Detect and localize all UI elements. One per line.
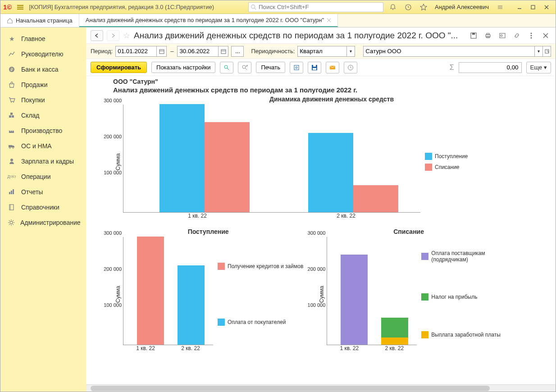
sidebar-label: Отчеты (21, 188, 43, 196)
sum-display[interactable] (459, 62, 522, 73)
user-menu-icon[interactable] (494, 1, 506, 13)
print-icon[interactable] (483, 31, 493, 41)
svg-point-2 (392, 9, 393, 10)
sidebar-item-warehouse[interactable]: Склад (0, 108, 86, 123)
sidebar-item-reports[interactable]: Отчеты (0, 184, 86, 200)
sidebar-item-sales[interactable]: Продажи (0, 77, 86, 92)
date-to-input[interactable] (177, 46, 219, 57)
tab-home-label: Начальная страница (16, 17, 73, 24)
tab-report-label: Анализ движений денежных средств по пери… (86, 17, 324, 23)
sidebar-item-production[interactable]: Производство (0, 123, 86, 138)
calendar-from-button[interactable] (157, 46, 167, 57)
truck-icon (8, 142, 16, 150)
legend-swatch (421, 253, 428, 260)
x-label: 2 кв. 22 (168, 345, 213, 351)
global-search-input[interactable] (248, 2, 383, 12)
window-close-button[interactable] (540, 2, 553, 12)
current-user[interactable]: Андрей Алексеевич (433, 4, 491, 10)
more-button[interactable]: Еще▾ (526, 62, 551, 73)
show-settings-button[interactable]: Показать настройки (151, 62, 215, 73)
svg-rect-24 (9, 192, 10, 194)
period-picker-button[interactable]: ... (231, 46, 244, 57)
chart-main: Динамика движения денежных средств Сумма… (113, 96, 550, 219)
x-label: 1 кв. 22 (327, 345, 372, 351)
bell-icon[interactable] (387, 1, 399, 13)
svg-point-29 (10, 221, 13, 224)
more-vertical-icon[interactable] (526, 31, 537, 41)
legend-label: Списание (435, 164, 460, 170)
save-icon[interactable] (468, 31, 479, 41)
close-panel-icon[interactable] (540, 31, 551, 41)
svg-rect-44 (221, 50, 226, 54)
svg-point-47 (224, 65, 228, 68)
date-from-input[interactable] (115, 46, 157, 57)
tab-close-icon[interactable] (327, 18, 331, 23)
chart-income: Поступление Сумма 100 000 200 000 300 00… (113, 228, 303, 351)
sidebar-label: Администрирование (20, 219, 81, 226)
svg-text:₽: ₽ (10, 67, 14, 72)
bar (160, 104, 205, 212)
sidebar-item-operations[interactable]: ДтКтОперации (0, 169, 86, 184)
sidebar-item-assets[interactable]: ОС и НМА (0, 138, 86, 154)
svg-rect-55 (313, 68, 316, 70)
tab-home[interactable]: Начальная страница (0, 14, 79, 27)
link-icon[interactable] (511, 31, 522, 41)
x-label: 1 кв. 22 (123, 213, 272, 219)
svg-rect-17 (9, 115, 11, 118)
legend-swatch (218, 319, 225, 326)
window-maximize-button[interactable] (527, 2, 539, 12)
gear-icon (8, 219, 15, 227)
calendar-to-button[interactable] (219, 46, 228, 57)
bar (353, 185, 398, 212)
view-icon[interactable] (497, 31, 508, 41)
organization-open-icon[interactable] (543, 46, 551, 57)
svg-rect-8 (531, 5, 535, 9)
sidebar-item-admin[interactable]: Администрирование (0, 215, 86, 230)
expand-icon[interactable] (238, 62, 251, 73)
svg-point-15 (11, 102, 12, 103)
tab-report[interactable]: Анализ движений денежных средств по пери… (79, 14, 338, 27)
sidebar-label: ОС и НМА (21, 142, 52, 150)
sidebar-item-bank[interactable]: ₽Банк и касса (0, 62, 86, 77)
star-icon[interactable] (418, 1, 429, 13)
x-label: 1 кв. 22 (123, 345, 168, 351)
sidebar-label: Производство (21, 127, 62, 134)
person-icon (8, 157, 16, 165)
menu-hamburger-icon[interactable] (15, 3, 25, 11)
generate-button[interactable]: Сформировать (91, 62, 147, 73)
organization-select[interactable] (363, 46, 535, 57)
sidebar-item-manager[interactable]: Руководителю (0, 46, 86, 62)
bar (308, 133, 353, 212)
svg-point-21 (9, 147, 11, 149)
svg-point-0 (251, 5, 255, 8)
sidebar-label: Главное (21, 35, 46, 42)
nav-back-button[interactable] (91, 30, 103, 41)
bar (178, 265, 205, 345)
favorite-star-icon[interactable]: ☆ (123, 31, 130, 41)
periodicity-label: Периодичность: (251, 48, 295, 55)
sidebar-item-main[interactable]: ★Главное (0, 31, 86, 46)
legend-label: Выплата заработной платы (431, 332, 501, 338)
tick-label: 100 000 (301, 302, 325, 308)
nav-forward-button[interactable] (107, 30, 119, 41)
periodicity-select[interactable] (297, 46, 347, 57)
email-icon[interactable] (326, 62, 339, 73)
periodicity-dropdown-icon[interactable]: ▾ (347, 46, 355, 57)
svg-point-49 (242, 65, 246, 68)
sidebar-item-hr[interactable]: Зарплата и кадры (0, 154, 86, 169)
svg-point-37 (531, 32, 532, 34)
window-minimize-button[interactable] (513, 2, 526, 12)
sidebar-item-purchases[interactable]: Покупки (0, 92, 86, 108)
history-icon[interactable] (402, 1, 414, 13)
svg-point-16 (13, 102, 14, 103)
horizontal-scrollbar[interactable] (86, 384, 556, 392)
schedule-icon[interactable] (344, 62, 357, 73)
print-preview-icon[interactable] (290, 62, 303, 73)
organization-dropdown-icon[interactable]: ▾ (535, 46, 543, 57)
find-icon[interactable] (220, 62, 233, 73)
disk-save-icon[interactable] (308, 62, 321, 73)
sidebar-item-directories[interactable]: Справочники (0, 200, 86, 215)
print-button[interactable]: Печать (256, 62, 285, 73)
tick-label: 200 000 (301, 266, 325, 272)
legend-swatch (218, 263, 225, 270)
